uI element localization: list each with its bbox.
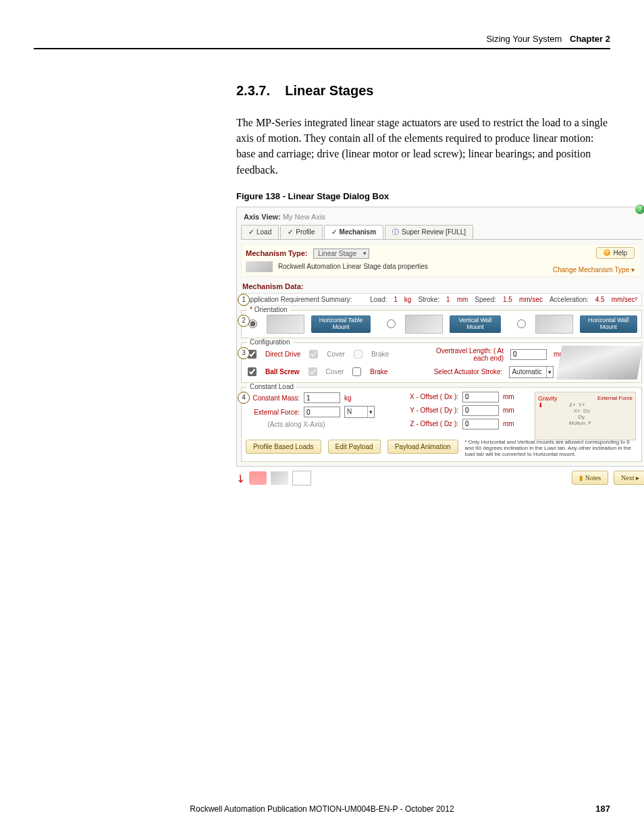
orientation-thumb-1 xyxy=(267,315,304,334)
orientation-thumb-2 xyxy=(405,315,443,334)
publication-footer: Rockwell Automation Publication MOTION-U… xyxy=(0,804,644,814)
dialog-footer-row: ↘ ▮ Notes Next ▸ xyxy=(236,471,644,486)
tab-profile[interactable]: ✓Profile xyxy=(280,225,322,239)
mechanism-type-label: Mechanism Type: xyxy=(246,249,308,257)
actuator-image xyxy=(556,346,643,380)
edit-payload-button[interactable]: Edit Payload xyxy=(328,440,381,454)
body-paragraph: The MP-Series integrated linear stage ac… xyxy=(236,115,610,178)
orientation-legend: * Orientation xyxy=(247,306,290,313)
notes-icon: ▮ xyxy=(579,474,583,481)
actuator-stroke-select[interactable]: Automatic xyxy=(509,366,553,378)
mechanism-type-row: Mechanism Type: Linear Stage ? Help Rock… xyxy=(241,244,642,277)
axes-diagram: Z+ Y+ X+ Dz Dy Motion ↗ xyxy=(569,402,591,426)
orientation-footnote: * Only Horizontal and Vertical mounts ar… xyxy=(465,439,637,457)
mechanism-thumb-icon xyxy=(246,261,273,272)
page-number: 187 xyxy=(595,804,610,814)
mechanism-data-heading: Mechanism Data: xyxy=(242,282,642,290)
tab-mechanism[interactable]: ✓Mechanism xyxy=(324,225,383,239)
z-offset-input[interactable] xyxy=(462,419,499,429)
configuration-fieldset: 3 Configuration Direct Drive Cover Brake… xyxy=(241,342,642,383)
constant-mass-input[interactable] xyxy=(304,392,340,403)
figure-caption: Figure 138 - Linear Stage Dialog Box xyxy=(236,191,610,201)
help-round-icon[interactable]: ? xyxy=(635,205,644,214)
chapter-label: Chapter 2 xyxy=(570,34,610,44)
orientation-label-2: Vertical Wall Mount xyxy=(450,315,501,333)
callout-1: 1 xyxy=(238,294,250,306)
ball-screw-checkbox[interactable] xyxy=(248,367,257,376)
x-offset-input[interactable] xyxy=(462,392,499,402)
tab-load[interactable]: ✓Load xyxy=(241,225,279,239)
change-mechanism-link[interactable]: Change Mechanism Type ▾ xyxy=(553,266,635,273)
configuration-legend: Configuration xyxy=(247,338,292,346)
overtravel-input[interactable] xyxy=(510,349,547,360)
mechanism-subtext: Rockwell Automation Linear Stage data pr… xyxy=(278,263,428,270)
brake-checkbox-1[interactable] xyxy=(354,350,363,359)
info-icon: ⓘ xyxy=(392,228,399,237)
y-offset-input[interactable] xyxy=(462,405,499,416)
profile-based-loads-button[interactable]: Profile Based Loads xyxy=(246,440,321,454)
orientation-label-3: Horizontal Wall Mount xyxy=(580,315,637,333)
payload-animation-button[interactable]: Payload Animation xyxy=(387,440,458,454)
help-ball-icon: ? xyxy=(603,249,610,256)
requirement-summary-row: 1 Application Requirement Summary: Load:… xyxy=(241,293,642,306)
check-icon: ✓ xyxy=(288,228,293,236)
footer-icon-1 xyxy=(249,471,267,485)
check-icon: ✓ xyxy=(248,228,254,236)
axis-view-label: Axis View: My New Axis xyxy=(241,211,642,222)
footer-icon-3 xyxy=(292,471,311,486)
load-diagram: Gravity⬇ External Force Z+ Y+ X+ Dz Dy M… xyxy=(535,392,636,440)
tab-super-review[interactable]: ⓘSuper Review [FULL] xyxy=(385,225,473,239)
gravity-down-icon: ↘ xyxy=(233,470,248,486)
orientation-thumb-3 xyxy=(535,315,573,334)
next-button[interactable]: Next ▸ xyxy=(614,471,644,485)
section-title: Linear Stages xyxy=(285,83,373,98)
section-heading: 2.3.7. Linear Stages xyxy=(236,83,610,99)
callout-2: 2 xyxy=(238,315,250,327)
axis-view-value: My New Axis xyxy=(283,213,325,221)
section-number: 2.3.7. xyxy=(236,83,270,98)
linear-stage-dialog: ? Axis View: My New Axis ✓Load ✓Profile … xyxy=(236,207,644,467)
orientation-fieldset: 2 * Orientation Horizontal Table Mount V… xyxy=(241,310,642,338)
help-button[interactable]: ? Help xyxy=(596,247,635,259)
mechanism-type-select[interactable]: Linear Stage xyxy=(313,249,369,259)
running-head-text: Sizing Your System xyxy=(486,34,562,44)
external-force-input[interactable] xyxy=(304,407,340,417)
cover-checkbox-1[interactable] xyxy=(309,350,318,359)
orientation-radio-3[interactable] xyxy=(517,319,526,328)
force-unit-select[interactable]: N xyxy=(344,406,375,418)
orientation-radio-2[interactable] xyxy=(387,319,396,328)
tab-bar: ✓Load ✓Profile ✓Mechanism ⓘSuper Review … xyxy=(241,225,642,240)
callout-3: 3 xyxy=(238,347,250,359)
brake-checkbox-2[interactable] xyxy=(352,367,361,376)
notes-button[interactable]: ▮ Notes xyxy=(572,471,608,485)
footer-icon-2 xyxy=(271,471,288,485)
constant-load-fieldset: 4 Constant Load Constant Mass: kg Extern… xyxy=(241,387,642,462)
gravity-arrow-icon: Gravity⬇ xyxy=(538,395,558,409)
cover-checkbox-2[interactable] xyxy=(308,367,317,376)
summary-label: Application Requirement Summary: xyxy=(246,296,352,303)
constant-load-legend: Constant Load xyxy=(247,383,296,390)
orientation-label-1: Horizontal Table Mount xyxy=(311,315,371,333)
running-head: Sizing Your System Chapter 2 xyxy=(34,34,610,49)
external-force-label: External Force xyxy=(597,395,633,401)
callout-4: 4 xyxy=(238,392,250,404)
check-icon: ✓ xyxy=(331,228,337,236)
